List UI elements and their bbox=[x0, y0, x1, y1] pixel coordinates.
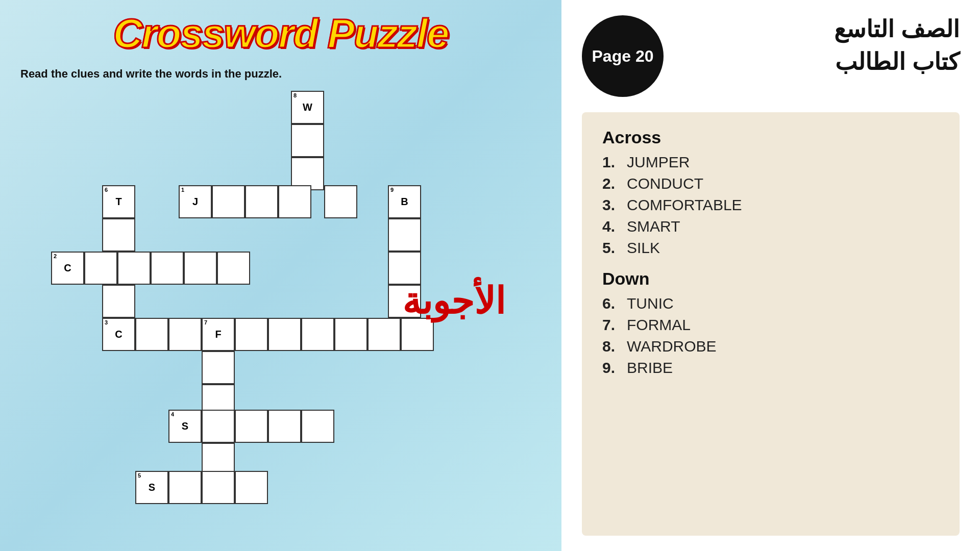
clue-num-4: 4. bbox=[602, 218, 621, 235]
cell-7F-2 bbox=[202, 351, 235, 384]
clue-word-8: WARDROBE bbox=[627, 338, 717, 355]
page-label: Page 20 bbox=[592, 47, 654, 66]
across-item-1: 1. JUMPER bbox=[602, 154, 939, 171]
clue-word-4: SMART bbox=[627, 218, 680, 235]
cell-2-2 bbox=[84, 252, 117, 285]
cell-1-2 bbox=[212, 185, 245, 218]
cell-4-3 bbox=[235, 410, 268, 443]
cell-3C: 3C bbox=[102, 318, 135, 351]
down-item-7: 7. FORMAL bbox=[602, 316, 939, 334]
cell-8W: 8W bbox=[291, 91, 324, 124]
cell-4S: 4S bbox=[168, 410, 202, 443]
down-item-8: 8. WARDROBE bbox=[602, 338, 939, 355]
cell-2-4 bbox=[151, 252, 184, 285]
cell-3-10 bbox=[401, 318, 434, 351]
clue-num-2: 2. bbox=[602, 175, 621, 192]
clue-word-2: CONDUCT bbox=[627, 175, 703, 192]
cell-number-8: 8 bbox=[293, 93, 297, 98]
cell-9B: 9B bbox=[388, 185, 421, 218]
cell-5-2 bbox=[168, 471, 202, 504]
cell-2C: 2C bbox=[51, 252, 84, 285]
across-item-2: 2. CONDUCT bbox=[602, 175, 939, 192]
crossword-title: Crossword Puzzle bbox=[20, 10, 541, 57]
cell-1-4 bbox=[278, 185, 311, 218]
cell-number-5: 5 bbox=[138, 473, 141, 479]
across-list: 1. JUMPER 2. CONDUCT 3. COMFORTABLE 4. S… bbox=[602, 154, 939, 257]
cell-3-3 bbox=[168, 318, 202, 351]
cell-3-6 bbox=[268, 318, 301, 351]
cell-3-8 bbox=[334, 318, 368, 351]
arabic-line2: كتاب الطالب bbox=[835, 48, 960, 76]
cell-6T-2 bbox=[102, 218, 135, 252]
title-container: Crossword Puzzle bbox=[20, 10, 541, 57]
cell-number-6: 6 bbox=[105, 187, 108, 193]
clue-word-3: COMFORTABLE bbox=[627, 196, 742, 214]
clue-num-8: 8. bbox=[602, 338, 621, 355]
cell-number-3: 3 bbox=[105, 320, 108, 325]
right-panel: Page 20 الصف التاسع كتاب الطالب Across 1… bbox=[561, 0, 980, 551]
cell-3-2 bbox=[135, 318, 168, 351]
cell-2-5 bbox=[184, 252, 217, 285]
clues-panel: Across 1. JUMPER 2. CONDUCT 3. COMFORTAB… bbox=[582, 112, 960, 536]
cell-9B-2 bbox=[388, 218, 421, 252]
cell-6T: 6T bbox=[102, 185, 135, 218]
clue-num-5: 5. bbox=[602, 239, 621, 257]
down-title: Down bbox=[602, 269, 939, 289]
down-list: 6. TUNIC 7. FORMAL 8. WARDROBE 9. BRIBE bbox=[602, 295, 939, 377]
across-item-5: 5. SILK bbox=[602, 239, 939, 257]
answers-label: الأجوبة bbox=[402, 280, 505, 322]
cell-1-5 bbox=[324, 185, 357, 218]
left-panel: Crossword Puzzle Read the clues and writ… bbox=[0, 0, 561, 551]
cell-2-6 bbox=[217, 252, 250, 285]
down-item-9: 9. BRIBE bbox=[602, 359, 939, 377]
across-item-3: 3. COMFORTABLE bbox=[602, 196, 939, 214]
down-item-6: 6. TUNIC bbox=[602, 295, 939, 312]
cell-1-3 bbox=[245, 185, 278, 218]
instruction-text: Read the clues and write the words in th… bbox=[20, 67, 541, 81]
clue-num-6: 6. bbox=[602, 295, 621, 312]
arabic-text-container: الصف التاسع كتاب الطالب bbox=[684, 15, 960, 76]
clue-num-9: 9. bbox=[602, 359, 621, 377]
cell-number-7: 7 bbox=[204, 320, 207, 325]
cell-4-4 bbox=[268, 410, 301, 443]
cell-3-9 bbox=[368, 318, 401, 351]
cell-4-5 bbox=[301, 410, 334, 443]
cell-7F: 7F bbox=[202, 318, 235, 351]
clue-num-3: 3. bbox=[602, 196, 621, 214]
clue-num-1: 1. bbox=[602, 154, 621, 171]
cell-number-9: 9 bbox=[390, 187, 394, 193]
cell-5-3 bbox=[202, 471, 235, 504]
cell-3-7 bbox=[301, 318, 334, 351]
arabic-line1: الصف التاسع bbox=[834, 15, 960, 43]
cell-5S: 5S bbox=[135, 471, 168, 504]
across-title: Across bbox=[602, 128, 939, 147]
cell-number-1: 1 bbox=[181, 187, 184, 193]
clue-word-9: BRIBE bbox=[627, 359, 673, 377]
clue-word-1: JUMPER bbox=[627, 154, 690, 171]
cell-W2 bbox=[291, 124, 324, 157]
cell-6T-3 bbox=[102, 285, 135, 318]
clue-num-7: 7. bbox=[602, 316, 621, 334]
cell-3-5 bbox=[235, 318, 268, 351]
cell-4-2 bbox=[202, 410, 235, 443]
across-item-4: 4. SMART bbox=[602, 218, 939, 235]
clue-word-5: SILK bbox=[627, 239, 660, 257]
cell-number-4: 4 bbox=[171, 412, 174, 417]
top-right-header: Page 20 الصف التاسع كتاب الطالب bbox=[582, 15, 960, 97]
clue-word-6: TUNIC bbox=[627, 295, 674, 312]
cell-1J: 1J bbox=[179, 185, 212, 218]
page-circle: Page 20 bbox=[582, 15, 664, 97]
cell-2-3 bbox=[117, 252, 151, 285]
cell-number-2: 2 bbox=[54, 254, 57, 259]
clue-word-7: FORMAL bbox=[627, 316, 691, 334]
cell-5-4 bbox=[235, 471, 268, 504]
